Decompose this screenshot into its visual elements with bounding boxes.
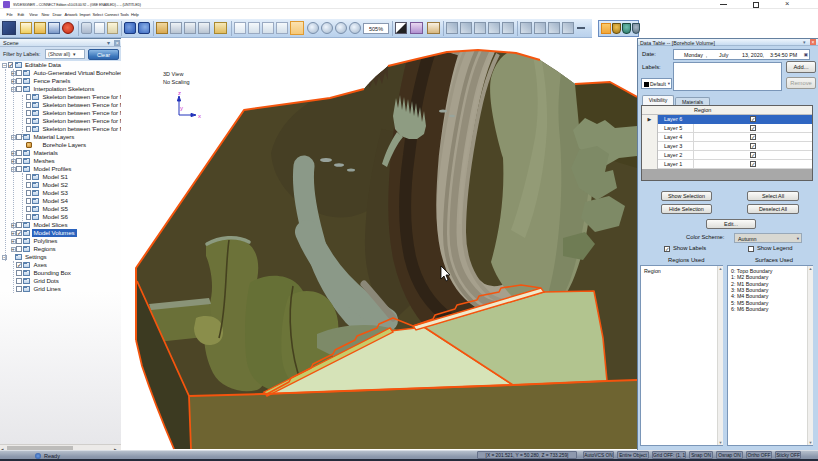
svg-text:3D View: 3D View xyxy=(163,71,183,77)
svg-text:No Scaling: No Scaling xyxy=(163,79,190,85)
svg-text:x: x xyxy=(198,113,201,119)
svg-text:y: y xyxy=(180,105,183,111)
svg-text:z: z xyxy=(178,90,181,96)
